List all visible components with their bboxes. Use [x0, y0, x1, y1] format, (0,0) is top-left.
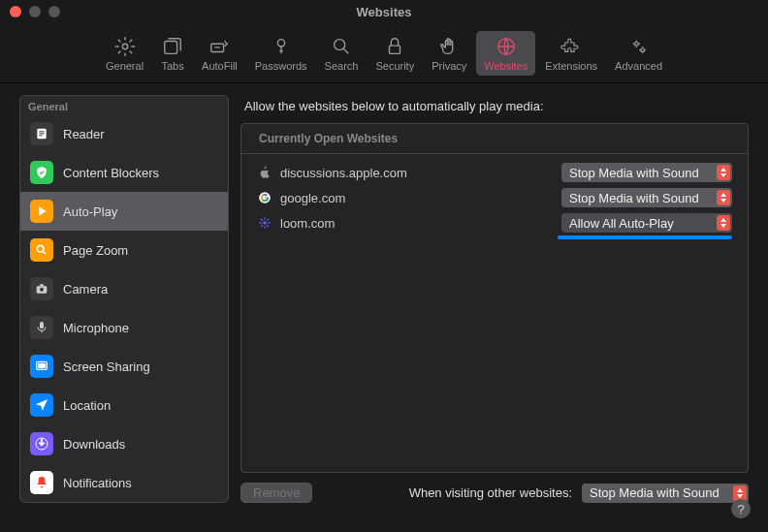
toolbar-label: AutoFill [202, 60, 238, 72]
svg-point-7 [634, 42, 638, 46]
toolbar-tabs[interactable]: Tabs [153, 31, 192, 76]
svg-rect-12 [39, 135, 42, 136]
toolbar-extensions[interactable]: Extensions [537, 31, 605, 76]
sidebar-item-screen-sharing[interactable]: Screen Sharing [20, 347, 228, 386]
svg-point-8 [640, 47, 644, 51]
apple-icon [257, 165, 272, 180]
dropdown-value: Stop Media with Sound [569, 191, 699, 205]
sidebar-item-label: Auto-Play [63, 204, 117, 219]
reader-icon [30, 122, 53, 145]
sidebar-item-downloads[interactable]: Downloads [20, 424, 228, 463]
play-icon [30, 200, 53, 223]
svg-line-29 [261, 225, 263, 227]
gears-icon [627, 35, 651, 58]
sidebar-item-page-zoom[interactable]: Page Zoom [20, 231, 228, 269]
toolbar-label: Passwords [255, 60, 307, 72]
autofill-icon [208, 35, 231, 58]
puzzle-icon [560, 35, 583, 58]
loom-icon [257, 215, 272, 231]
svg-point-3 [277, 39, 284, 46]
download-icon [30, 432, 53, 455]
footer-row: Remove When visiting other websites: Sto… [240, 473, 749, 503]
remove-button[interactable]: Remove [240, 483, 312, 503]
autoplay-dropdown[interactable]: Stop Media with Sound [561, 163, 732, 182]
site-row[interactable]: google.com Stop Media with Sound [251, 185, 738, 210]
toolbar-label: Security [375, 60, 414, 72]
sidebar-item-content-blockers[interactable]: Content Blockers [20, 153, 228, 192]
svg-point-13 [37, 245, 44, 252]
site-list: discussions.apple.com Stop Media with So… [241, 154, 748, 472]
svg-rect-5 [390, 46, 400, 53]
svg-line-30 [267, 219, 269, 221]
sidebar-item-label: Downloads [63, 437, 125, 452]
websites-box: Currently Open Websites discussions.appl… [240, 123, 749, 473]
toolbar-general[interactable]: General [98, 31, 151, 76]
sidebar-item-label: Microphone [63, 321, 129, 335]
toolbar-privacy[interactable]: Privacy [424, 31, 474, 76]
sidebar-item-label: Screen Sharing [63, 360, 150, 374]
window-title: Websites [357, 5, 412, 19]
svg-point-4 [335, 39, 345, 49]
sidebar-item-camera[interactable]: Camera [20, 269, 228, 308]
toolbar-search[interactable]: Search [317, 31, 367, 76]
svg-point-22 [263, 221, 267, 225]
sidebar-item-notifications[interactable]: Notifications [20, 463, 228, 502]
globe-icon [495, 35, 518, 58]
microphone-icon [30, 316, 53, 339]
close-window-button[interactable] [10, 6, 21, 17]
svg-rect-1 [165, 41, 177, 53]
list-title: Currently Open Websites [241, 124, 748, 154]
toolbar-label: Advanced [615, 60, 662, 72]
site-row[interactable]: loom.com Allow All Auto-Play [251, 210, 738, 235]
svg-rect-11 [39, 133, 44, 134]
tabs-icon [161, 35, 184, 58]
sidebar-item-label: Page Zoom [63, 243, 128, 258]
sidebar-group-header: General [20, 96, 228, 114]
traffic-lights [10, 6, 60, 17]
help-button[interactable]: ? [731, 499, 751, 518]
chevron-updown-icon [717, 190, 730, 205]
svg-line-27 [261, 219, 263, 221]
sidebar-item-label: Notifications [63, 476, 132, 490]
dropdown-value: Allow All Auto-Play [569, 216, 674, 231]
toolbar-advanced[interactable]: Advanced [607, 31, 670, 76]
screen-sharing-icon [30, 355, 53, 378]
svg-rect-17 [40, 322, 44, 329]
svg-rect-16 [40, 284, 44, 286]
search-icon [330, 35, 353, 58]
key-icon [270, 35, 293, 58]
dropdown-value: Stop Media with Sound [569, 166, 699, 180]
autoplay-dropdown[interactable]: Stop Media with Sound [561, 188, 732, 207]
titlebar: Websites [0, 0, 768, 23]
location-icon [30, 393, 53, 417]
maximize-window-button[interactable] [48, 6, 60, 17]
minimize-window-button[interactable] [29, 6, 41, 17]
google-icon [257, 190, 272, 205]
toolbar-passwords[interactable]: Passwords [247, 31, 315, 76]
toolbar-label: Privacy [432, 60, 466, 72]
hand-icon [437, 35, 461, 58]
sidebar-item-reader[interactable]: Reader [20, 114, 228, 153]
sidebar-item-location[interactable]: Location [20, 386, 228, 424]
content-area: General Reader Content Blockers Auto-Pla… [0, 83, 768, 522]
sidebar-item-microphone[interactable]: Microphone [20, 308, 228, 347]
gear-icon [113, 35, 137, 58]
footer-label: When visiting other websites: [322, 485, 572, 500]
dropdown-value: Stop Media with Sound [590, 485, 720, 500]
toolbar-label: Websites [484, 60, 528, 72]
camera-icon [30, 277, 53, 300]
bell-icon [30, 471, 53, 494]
autoplay-dropdown[interactable]: Allow All Auto-Play [561, 213, 732, 233]
toolbar-autofill[interactable]: AutoFill [194, 31, 245, 76]
chevron-updown-icon [717, 165, 730, 180]
sidebar-item-auto-play[interactable]: Auto-Play [20, 192, 228, 231]
preferences-toolbar: General Tabs AutoFill Passwords Search S… [0, 23, 768, 83]
site-name: discussions.apple.com [280, 166, 554, 180]
default-autoplay-dropdown[interactable]: Stop Media with Sound [582, 484, 749, 503]
main-panel: Allow the websites below to automaticall… [240, 95, 749, 503]
site-name: loom.com [280, 216, 554, 231]
site-row[interactable]: discussions.apple.com Stop Media with So… [251, 160, 738, 185]
toolbar-security[interactable]: Security [368, 31, 422, 76]
sidebar-item-label: Reader [63, 127, 105, 141]
toolbar-websites[interactable]: Websites [476, 31, 535, 76]
